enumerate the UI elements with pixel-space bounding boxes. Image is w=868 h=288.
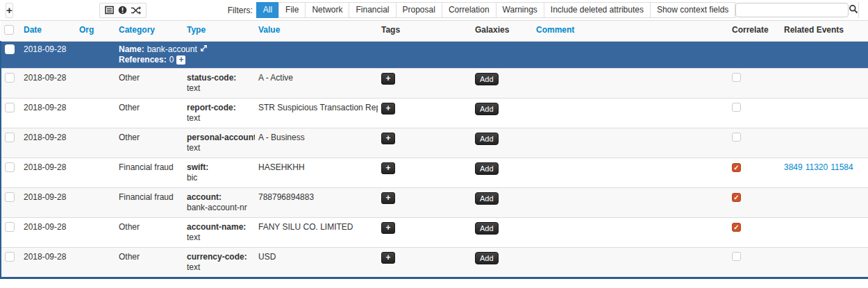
add-galaxy-button[interactable]: Add — [475, 162, 499, 175]
row-select-cell — [1, 128, 20, 158]
row-checkbox[interactable] — [5, 133, 15, 142]
search-button[interactable] — [849, 2, 859, 18]
add-tag-button[interactable]: + — [381, 192, 395, 204]
cell-comment — [533, 69, 728, 99]
header-related-events: Related Events — [781, 21, 868, 42]
object-checkbox[interactable] — [5, 44, 15, 54]
cell-value: A - Business — [255, 128, 378, 158]
cell-comment — [533, 218, 728, 248]
correlate-checkbox[interactable]: ✓ — [732, 73, 741, 82]
cell-type: account: bank-account-nr — [183, 188, 255, 218]
search-input[interactable] — [735, 3, 849, 17]
cell-org — [76, 248, 115, 278]
add-tag-button[interactable]: + — [381, 162, 395, 174]
add-galaxy-button[interactable]: Add — [475, 103, 499, 115]
row-select-cell — [1, 218, 20, 248]
add-tag-button[interactable]: + — [381, 73, 395, 85]
add-galaxy-button[interactable]: Add — [475, 133, 499, 145]
object-name: bank-account — [147, 44, 197, 55]
filter-tab-financial[interactable]: Financial — [349, 2, 396, 18]
related-event-link[interactable]: 11320 — [806, 162, 828, 172]
filter-tab-show-context-fields[interactable]: Show context fields — [650, 2, 735, 18]
row-checkbox[interactable] — [5, 73, 15, 83]
cell-galaxies: Add — [471, 69, 533, 99]
filter-tab-all[interactable]: All — [256, 2, 279, 18]
shuffle-icon[interactable] — [131, 6, 141, 15]
add-tag-button[interactable]: + — [381, 252, 395, 264]
cell-comment — [533, 188, 728, 218]
header-category[interactable]: Category — [115, 21, 183, 42]
attribute-rows: 2018-09-28 Other status-code: text A - A… — [1, 69, 868, 278]
attribute-row: 2018-09-28 Other account-name: text FANY… — [1, 218, 868, 248]
toolbar-icon-group — [99, 3, 147, 18]
cell-value: USD — [255, 248, 378, 278]
cell-value: 788796894883 — [255, 188, 378, 218]
row-checkbox[interactable] — [5, 252, 15, 262]
correlate-checkbox[interactable]: ✓ — [732, 252, 741, 261]
filter-tab-network[interactable]: Network — [305, 2, 349, 18]
correlate-checkbox[interactable]: ✓ — [732, 103, 741, 112]
select-all-checkbox[interactable] — [4, 25, 14, 35]
cell-tags: + — [378, 69, 471, 99]
cell-value: A - Active — [255, 69, 378, 99]
select-all-header — [1, 21, 20, 42]
cell-correlate: ✓ — [728, 158, 781, 188]
correlate-checkbox[interactable]: ✓ — [732, 223, 741, 232]
correlate-checkbox[interactable]: ✓ — [732, 193, 741, 202]
header-date[interactable]: Date — [20, 21, 76, 42]
add-tag-button[interactable]: + — [381, 133, 395, 144]
add-tag-button[interactable]: + — [381, 103, 395, 115]
add-galaxy-button[interactable]: Add — [475, 252, 499, 264]
header-value[interactable]: Value — [255, 21, 378, 42]
header-correlate: Correlate — [728, 21, 781, 42]
list-view-icon[interactable] — [105, 6, 115, 15]
cell-galaxies: Add — [471, 158, 533, 188]
cell-correlate: ✓ — [728, 188, 781, 218]
attributes-table: Date Org Category Type Value Tags Galaxi… — [0, 21, 868, 279]
object-header-row: 2018-09-28 Name: bank-account — [1, 42, 868, 69]
correlate-checkbox[interactable]: ✓ — [732, 133, 741, 142]
header-type[interactable]: Type — [183, 21, 255, 42]
cell-correlate: ✓ — [728, 99, 781, 128]
cell-correlate: ✓ — [728, 218, 781, 248]
cell-category: Financial fraud — [115, 188, 183, 218]
add-galaxy-button[interactable]: Add — [475, 222, 499, 235]
filter-tab-correlation[interactable]: Correlation — [442, 2, 496, 18]
attribute-row: 2018-09-28 Other report-code: text STR S… — [1, 99, 868, 128]
filter-tab-file[interactable]: File — [278, 2, 306, 18]
filter-tab-include-deleted-attributes[interactable]: Include deleted attributes — [544, 2, 651, 18]
add-reference-icon[interactable]: + — [176, 56, 185, 65]
cell-correlate: ✓ — [728, 128, 781, 158]
object-references-count: 0 — [169, 55, 174, 65]
cell-type: personal-account-type: text — [183, 128, 255, 158]
add-attribute-button[interactable]: + — [6, 3, 13, 18]
cell-type: currency-code: text — [183, 248, 255, 278]
cell-related-events — [781, 69, 868, 99]
add-galaxy-button[interactable]: Add — [475, 73, 499, 85]
expand-object-icon[interactable] — [200, 44, 208, 55]
cell-date: 2018-09-28 — [20, 128, 76, 158]
header-comment[interactable]: Comment — [533, 21, 728, 42]
filter-tab-warnings[interactable]: Warnings — [496, 2, 544, 18]
cell-category: Other — [115, 128, 183, 158]
row-checkbox[interactable] — [5, 103, 15, 112]
cell-org — [76, 158, 115, 188]
header-org[interactable]: Org — [76, 21, 115, 42]
row-checkbox[interactable] — [5, 222, 15, 232]
row-checkbox[interactable] — [5, 162, 15, 172]
related-event-link[interactable]: 11584 — [831, 162, 853, 172]
attribute-row: 2018-09-28 Other status-code: text A - A… — [1, 69, 868, 99]
row-checkbox[interactable] — [5, 192, 15, 202]
filter-tab-proposal[interactable]: Proposal — [396, 2, 442, 18]
object-references-label: References: — [119, 55, 167, 65]
cell-date: 2018-09-28 — [20, 218, 76, 248]
add-tag-button[interactable]: + — [381, 222, 395, 234]
table-header: Date Org Category Type Value Tags Galaxi… — [1, 21, 868, 42]
cell-value: HASEHKHH — [255, 158, 378, 188]
exclamation-circle-icon[interactable] — [118, 6, 127, 15]
add-galaxy-button[interactable]: Add — [475, 192, 499, 205]
cell-category: Other — [115, 69, 183, 99]
related-event-link[interactable]: 3849 — [784, 162, 803, 172]
correlate-checkbox[interactable]: ✓ — [732, 163, 741, 172]
cell-comment — [533, 158, 728, 188]
